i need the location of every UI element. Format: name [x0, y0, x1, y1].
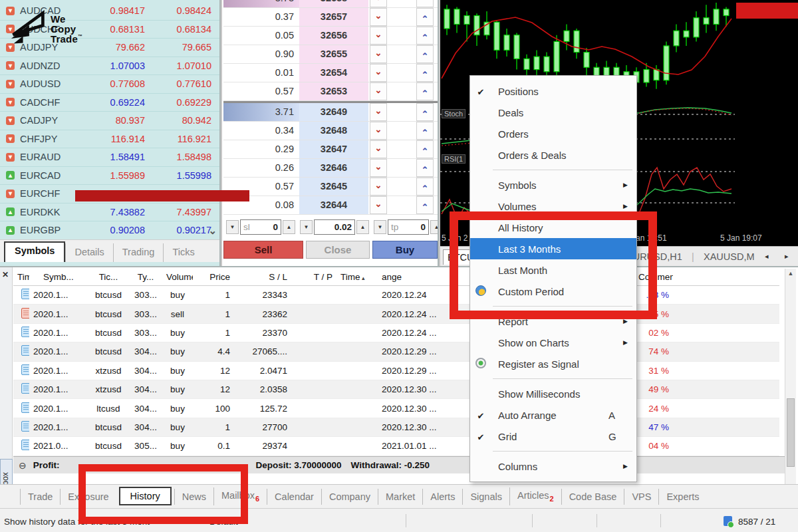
- menu-item[interactable]: Columns ▶: [470, 456, 636, 477]
- menu-item[interactable]: Show on Charts ▶: [470, 332, 636, 353]
- market-watch-row[interactable]: EURAUD 1.58491 1.58498: [0, 148, 219, 167]
- dom-price[interactable]: 32655: [299, 45, 368, 63]
- tp-decrease-button[interactable]: ▼: [374, 220, 386, 234]
- buy-at-price-button[interactable]: [416, 82, 434, 100]
- sell-at-price-button[interactable]: [370, 8, 387, 26]
- scroll-down-icon[interactable]: ⌄: [208, 225, 217, 237]
- menu-item[interactable]: [470, 447, 636, 456]
- sell-button[interactable]: Sell: [223, 241, 303, 259]
- sl-decrease-button[interactable]: ▼: [226, 220, 239, 234]
- column-header[interactable]: Ty...: [129, 272, 162, 282]
- buy-at-price-button[interactable]: [416, 27, 434, 45]
- column-header[interactable]: Volume: [162, 272, 193, 282]
- toolbox-tab[interactable]: Company: [321, 489, 378, 505]
- column-header[interactable]: Time: [336, 272, 378, 282]
- market-watch-row[interactable]: CADCHF 0.69224 0.69229: [0, 94, 219, 112]
- buy-at-price-button[interactable]: [416, 8, 434, 26]
- market-watch-row[interactable]: AUDUSD 0.77608 0.77610: [0, 75, 219, 94]
- toolbox-tab[interactable]: Market: [378, 489, 422, 505]
- chart-tabs-prev-icon[interactable]: ◂: [765, 252, 769, 261]
- market-watch-tab[interactable]: Details: [65, 243, 112, 262]
- chart-tabs-next-icon[interactable]: ▸: [785, 252, 789, 261]
- menu-item[interactable]: Orders & Deals: [470, 144, 636, 166]
- close-toolbox-icon[interactable]: [2, 270, 11, 279]
- sl-input[interactable]: sl 0: [240, 219, 281, 235]
- market-watch-row[interactable]: AUDNZD 1.07003 1.07010: [0, 57, 219, 76]
- sell-at-price-button[interactable]: [370, 178, 387, 196]
- history-row[interactable]: 2021.0... btcusd 305... buy 0.1 29374 20…: [13, 437, 779, 456]
- toolbox-tab[interactable]: Code Base: [561, 489, 624, 505]
- tp-input[interactable]: tp 0: [388, 219, 429, 235]
- toolbox-tab[interactable]: VPS: [624, 489, 658, 505]
- history-row[interactable]: 2020.1... btcusd 303... sell 1 23362 202…: [13, 305, 779, 323]
- lot-decrease-button[interactable]: ▼: [300, 220, 313, 234]
- sell-at-price-button[interactable]: [370, 103, 387, 121]
- scrollbar-thumb[interactable]: [787, 398, 795, 467]
- market-watch-row[interactable]: EURCAD 1.55989 1.55998: [0, 167, 219, 186]
- menu-item[interactable]: Register as Signal: [470, 353, 636, 374]
- column-header[interactable]: S / L: [234, 272, 291, 282]
- buy-at-price-button[interactable]: [416, 196, 434, 214]
- menu-item[interactable]: ✔ Auto Arrange A: [470, 404, 636, 426]
- buy-at-price-button[interactable]: [416, 159, 434, 177]
- buy-at-price-button[interactable]: [416, 64, 434, 82]
- market-watch-row[interactable]: EURGBP 0.90208 0.90217: [0, 221, 219, 239]
- column-header[interactable]: T / P: [291, 272, 336, 282]
- scroll-up-icon[interactable]: [785, 270, 796, 277]
- menu-item[interactable]: [470, 374, 636, 383]
- buy-at-price-button[interactable]: [416, 103, 434, 121]
- dom-price[interactable]: 32654: [299, 64, 368, 82]
- dom-price[interactable]: 32656: [299, 27, 368, 45]
- sl-increase-button[interactable]: ▲: [283, 220, 295, 234]
- dom-price[interactable]: 32649: [299, 103, 368, 121]
- sell-at-price-button[interactable]: [370, 27, 387, 45]
- dom-price[interactable]: 32647: [299, 140, 368, 158]
- dom-price[interactable]: 32653: [299, 82, 368, 100]
- history-row[interactable]: 2020.1... btcusd 304... buy 4.4 27065...…: [13, 342, 779, 361]
- dom-price[interactable]: 32646: [299, 159, 368, 177]
- sell-at-price-button[interactable]: [370, 122, 387, 140]
- menu-item[interactable]: [470, 166, 636, 174]
- history-row[interactable]: 2020.1... xtzusd 304... buy 12 2.0358 20…: [13, 380, 779, 399]
- history-row[interactable]: 2020.1... xtzusd 304... buy 12 2.0471 20…: [13, 362, 779, 380]
- buy-at-price-button[interactable]: [416, 0, 434, 7]
- lot-increase-button[interactable]: ▲: [356, 220, 369, 234]
- dom-price[interactable]: 32644: [299, 196, 368, 214]
- tp-increase-button[interactable]: ▲: [430, 220, 439, 234]
- market-watch-row[interactable]: CADJPY 80.937 80.942: [0, 112, 219, 130]
- sell-at-price-button[interactable]: [370, 64, 387, 82]
- sell-at-price-button[interactable]: [370, 82, 387, 100]
- buy-at-price-button[interactable]: [416, 140, 434, 158]
- close-button[interactable]: Close: [306, 241, 370, 259]
- menu-item[interactable]: Deals: [470, 102, 636, 123]
- menu-item[interactable]: Symbols ▶: [470, 174, 636, 196]
- menu-item[interactable]: ✔ Positions: [470, 80, 636, 102]
- dom-price[interactable]: 32645: [299, 178, 368, 196]
- buy-at-price-button[interactable]: [416, 178, 434, 196]
- column-header[interactable]: Price: [193, 272, 234, 282]
- market-watch-tab[interactable]: Trading: [113, 243, 164, 262]
- toolbox-tab[interactable]: Signals: [462, 489, 509, 505]
- menu-item[interactable]: Orders: [470, 123, 636, 144]
- chart-tab-xauusd[interactable]: XAUUSD,M: [700, 249, 759, 264]
- sell-at-price-button[interactable]: [370, 45, 387, 63]
- sell-at-price-button[interactable]: [370, 140, 387, 158]
- column-header[interactable]: Tic...: [88, 272, 129, 282]
- toolbox-tab[interactable]: Experts: [658, 489, 706, 505]
- history-row[interactable]: 2020.1... ltcusd 304... buy 100 125.72 2…: [13, 399, 779, 418]
- dom-price[interactable]: 32658: [299, 0, 368, 7]
- market-watch-tab[interactable]: Symbols: [4, 241, 65, 262]
- buy-at-price-button[interactable]: [416, 122, 434, 140]
- toolbox-tab[interactable]: Alerts: [422, 489, 462, 505]
- table-scrollbar[interactable]: [785, 269, 796, 485]
- market-watch-tab[interactable]: Ticks: [163, 243, 203, 262]
- toolbox-tab[interactable]: Calendar: [267, 489, 321, 505]
- market-watch-row[interactable]: EURDKK 7.43882 7.43997: [0, 203, 219, 222]
- collapse-icon[interactable]: [19, 460, 27, 471]
- lot-input[interactable]: 0.02: [314, 219, 355, 235]
- menu-item[interactable]: Show Milliseconds: [470, 383, 636, 404]
- history-row[interactable]: 2020.1... btcusd 304... buy 1 27700 2020…: [13, 418, 779, 437]
- toolbox-tab[interactable]: Trade: [20, 489, 60, 505]
- column-header[interactable]: Time: [13, 272, 29, 282]
- history-row[interactable]: 2020.1... btcusd 303... buy 1 23343 2020…: [13, 286, 779, 305]
